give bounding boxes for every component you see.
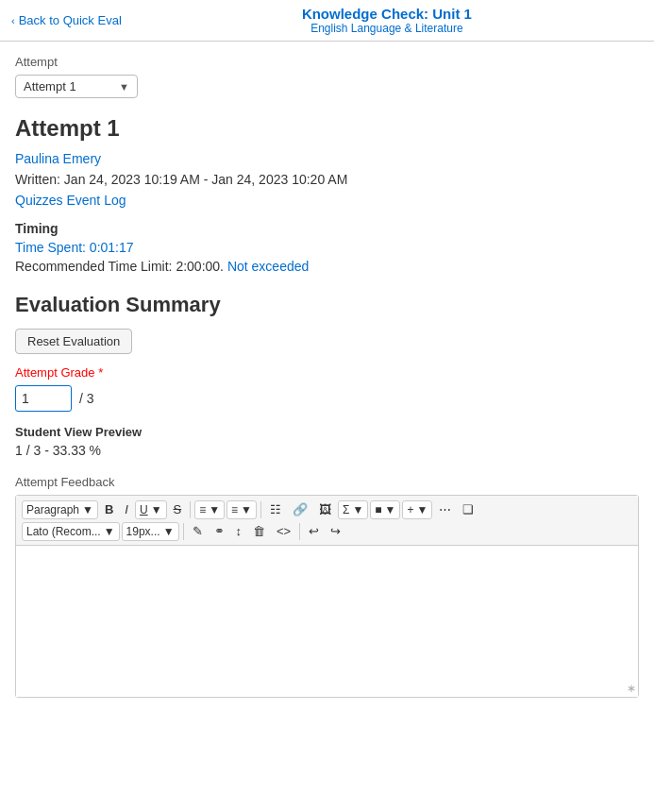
timing-label: Timing [15, 221, 639, 236]
student-view-value: 1 / 3 - 33.33 % [15, 443, 639, 458]
undo-button[interactable]: ↩ [304, 521, 324, 541]
attempt-feedback-label: Attempt Feedback [15, 475, 639, 489]
font-select-label: Lato (Recom... [26, 525, 101, 538]
main-content: Attempt Attempt 1 ▼ Attempt 1 Paulina Em… [0, 42, 654, 711]
attempt-grade-label: Attempt Grade * [15, 365, 639, 380]
time-limit-status: Not exceeded [227, 259, 309, 274]
attempt-selector-label: Attempt [15, 55, 639, 69]
attempt-heading: Attempt 1 [15, 115, 639, 142]
fullscreen-icon: ❏ [462, 502, 474, 516]
redo-button[interactable]: ↪ [326, 521, 345, 541]
student-view-label: Student View Preview [15, 425, 639, 439]
reset-evaluation-button[interactable]: Reset Evaluation [15, 329, 132, 354]
resize-handle: ∗ [627, 682, 636, 695]
feedback-editor: Paragraph ▼ B I U ▼ S ≡ ▼ ≡ ▼ [15, 495, 639, 698]
align-icon: ≡ [199, 503, 206, 516]
page-title: Knowledge Check: Unit 1 [131, 6, 643, 22]
clear-format-icon: 🗑 [253, 524, 265, 538]
image-icon: 🖼 [319, 502, 331, 516]
paint-button[interactable]: ✎ [188, 521, 208, 541]
size-select-label: 19px... [126, 525, 160, 538]
align-dropdown-icon: ▼ [209, 503, 220, 516]
bold-button[interactable]: B [100, 499, 118, 519]
event-log-link[interactable]: Quizzes Event Log [15, 193, 126, 208]
toolbar-separator-4 [299, 523, 300, 540]
header-center: Knowledge Check: Unit 1 English Language… [122, 6, 643, 35]
toolbar-separator-3 [183, 523, 184, 540]
list-select[interactable]: ≡ ▼ [226, 500, 257, 519]
more-button[interactable]: ⋯ [434, 499, 456, 519]
spacing-icon: ↕ [236, 524, 243, 538]
grade-total: / 3 [79, 391, 94, 406]
time-limit-prefix: Recommended Time Limit: 2:00:00. [15, 259, 224, 274]
time-spent: Time Spent: 0:01:17 [15, 240, 639, 255]
plus-select[interactable]: + ▼ [402, 500, 432, 519]
font-select[interactable]: Lato (Recom... ▼ [22, 522, 120, 541]
time-limit: Recommended Time Limit: 2:00:00. Not exc… [15, 259, 639, 274]
redo-icon: ↪ [330, 524, 341, 538]
back-link-label: Back to Quick Eval [19, 13, 122, 27]
paragraph-dropdown-icon: ▼ [82, 503, 93, 516]
code-button[interactable]: <> [272, 521, 295, 541]
student-name: Paulina Emery [15, 151, 639, 166]
font-dropdown-icon: ▼ [104, 525, 115, 538]
grade-input[interactable] [15, 385, 72, 412]
plus-icon: + [407, 503, 413, 516]
paragraph-select-label: Paragraph [26, 503, 79, 516]
eyedropper-button[interactable]: ⚭ [210, 521, 229, 541]
attempt-select-value: Attempt 1 [24, 79, 76, 93]
table-icon: ■ [375, 503, 381, 516]
undo-icon: ↩ [309, 524, 319, 538]
grade-row: / 3 [15, 385, 639, 412]
underline-dropdown-icon: ▼ [151, 503, 162, 516]
toolbar-row-2: Lato (Recom... ▼ 19px... ▼ ✎ ⚭ ↕ 🗑 <> ↩ … [22, 521, 632, 541]
math-dropdown-icon: ▼ [352, 503, 363, 516]
clear-format-button[interactable]: 🗑 [248, 521, 270, 541]
chevron-left-icon: ‹ [11, 15, 15, 26]
toolbar-separator-1 [190, 501, 191, 518]
math-select[interactable]: Σ ▼ [338, 500, 368, 519]
attempt-dropdown-arrow: ▼ [119, 81, 129, 93]
link-button[interactable]: 🔗 [288, 499, 312, 519]
list-icon: ≡ [231, 503, 238, 516]
strikethrough-icon: S [174, 502, 182, 516]
editor-body[interactable]: ∗ [16, 546, 638, 697]
spacing-button[interactable]: ↕ [231, 521, 247, 541]
toolbar-row-1: Paragraph ▼ B I U ▼ S ≡ ▼ ≡ ▼ [22, 499, 632, 519]
underline-select[interactable]: U ▼ [135, 500, 167, 519]
align-select[interactable]: ≡ ▼ [194, 500, 225, 519]
page-subtitle: English Language & Literature [131, 22, 643, 35]
toolbar-separator-2 [260, 501, 261, 518]
paint-icon: ✎ [193, 524, 203, 538]
attempt-select[interactable]: Attempt 1 ▼ [15, 75, 138, 98]
underline-label: U [140, 503, 148, 516]
paragraph-select[interactable]: Paragraph ▼ [22, 500, 98, 519]
code-icon: <> [277, 524, 291, 538]
plus-dropdown-icon: ▼ [416, 503, 428, 516]
math-icon: Σ [343, 503, 349, 516]
table-select[interactable]: ■ ▼ [370, 500, 400, 519]
italic-button[interactable]: I [120, 499, 133, 519]
back-link[interactable]: ‹ Back to Quick Eval [11, 13, 122, 27]
more-icon: ⋯ [439, 502, 451, 516]
list-dropdown-icon: ▼ [241, 503, 252, 516]
fullscreen-button[interactable]: ❏ [458, 499, 478, 519]
eval-summary-heading: Evaluation Summary [15, 293, 639, 317]
insert-button[interactable]: ☷ [265, 499, 286, 519]
eyedropper-icon: ⚭ [214, 524, 225, 538]
page-header: ‹ Back to Quick Eval Knowledge Check: Un… [0, 0, 654, 42]
link-icon: 🔗 [293, 502, 308, 516]
size-select[interactable]: 19px... ▼ [122, 522, 179, 541]
strikethrough-button[interactable]: S [169, 499, 187, 519]
insert-icon: ☷ [270, 502, 281, 516]
editor-toolbar: Paragraph ▼ B I U ▼ S ≡ ▼ ≡ ▼ [16, 496, 638, 546]
image-button[interactable]: 🖼 [314, 499, 336, 519]
table-dropdown-icon: ▼ [385, 503, 396, 516]
size-dropdown-icon: ▼ [163, 525, 175, 538]
written-date: Written: Jan 24, 2023 10:19 AM - Jan 24,… [15, 172, 639, 187]
